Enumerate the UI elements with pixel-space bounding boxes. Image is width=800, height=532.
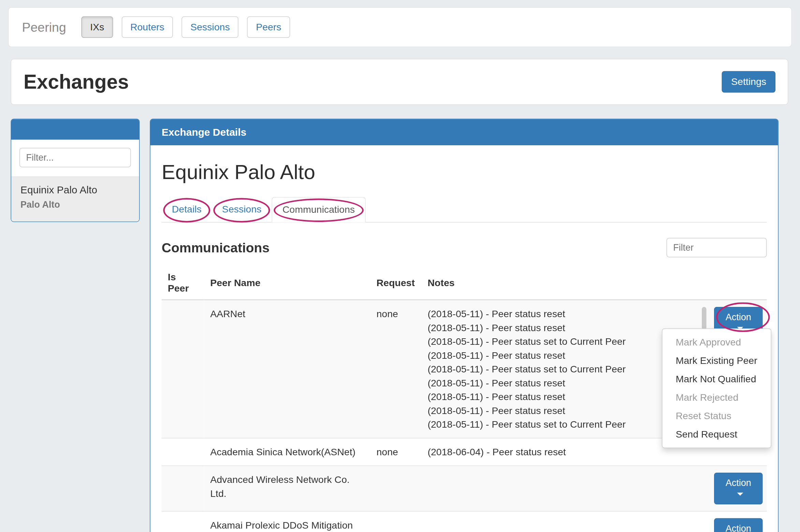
sidebar-item-equinix-palo-alto[interactable]: Equinix Palo AltoPalo Alto [11,177,139,222]
note-line: (2018-05-11) - Peer status reset [428,321,702,335]
is-peer-cell [162,300,204,438]
request-cell [370,511,421,532]
nav-button-ixs[interactable]: IXs [82,16,113,38]
caret-down-icon [737,493,743,496]
screen: Peering IXsRoutersSessionsPeers Exchange… [0,0,800,532]
nav-button-sessions[interactable]: Sessions [182,16,239,38]
tab-label: Details [172,204,202,215]
table-header-row: Is PeerPeer NameRequestNotes [162,269,767,300]
peer-name-cell: Akamai Prolexic DDoS Mitigation [204,511,371,532]
action-cell: Action [708,511,767,532]
tab-label: Sessions [222,204,262,215]
page-title: Exchanges [24,71,129,93]
action-cell: ActionMark ApprovedMark Existing PeerMar… [708,300,767,438]
communications-table: Is PeerPeer NameRequestNotes AARNetnone(… [162,269,767,532]
request-cell: none [370,300,421,438]
note-line: (2018-05-11) - Peer status set to Curren… [428,335,702,349]
request-cell: none [370,438,421,466]
note-line: (2018-05-11) - Peer status set to Curren… [428,417,702,431]
tab-details[interactable]: Details [162,197,212,223]
request-cell [370,466,421,512]
table-row: AARNetnone(2018-05-11) - Peer status res… [162,300,767,438]
action-button-label: Action [726,523,751,532]
note-line: (2018-05-11) - Peer status set to Curren… [428,362,702,376]
notes-scrollbar[interactable] [702,307,707,330]
column-header-peer-name: Peer Name [204,269,371,300]
table-row: Advanced Wireless Network Co. Ltd.Action [162,466,767,512]
sidebar-item-name: Equinix Palo Alto [20,184,130,196]
sidebar-item-location: Palo Alto [20,200,130,210]
settings-button[interactable]: Settings [722,71,775,93]
dropdown-item-mark-approved[interactable]: Mark Approved [663,333,771,352]
note-line: (2018-05-11) - Peer status reset [428,376,702,390]
note-line: (2018-05-11) - Peer status reset [428,390,702,404]
column-header-actions [708,269,767,300]
sidebar-body [11,140,139,177]
nav-button-peers[interactable]: Peers [247,16,290,38]
note-line: (2018-05-11) - Peer status reset [428,404,702,418]
sidebar-header [11,119,139,140]
sidebar-filter-input[interactable] [19,148,131,167]
action-button-label: Action [726,312,751,322]
exchange-details-panel: Exchange Details Equinix Palo Alto Detai… [150,119,779,532]
nav-button-routers[interactable]: Routers [121,16,173,38]
peer-name-cell: Academia Sinica Network(ASNet) [204,438,371,466]
peer-name-cell: Advanced Wireless Network Co. Ltd. [204,466,371,512]
action-cell: Action [708,466,767,512]
dropdown-item-reset-status[interactable]: Reset Status [663,407,771,425]
communications-section-header: Communications [162,238,767,257]
dropdown-item-mark-not-qualified[interactable]: Mark Not Qualified [663,370,771,388]
notes-cell [421,511,708,532]
column-header-is-peer: Is Peer [162,269,204,300]
note-line: (2018-05-11) - Peer status reset [428,349,702,363]
action-button-label: Action [726,478,751,488]
tab-sessions[interactable]: Sessions [212,197,272,223]
column-header-request: Request [370,269,421,300]
peer-name-cell: AARNet [204,300,371,438]
dropdown-item-mark-existing-peer[interactable]: Mark Existing Peer [663,352,771,370]
note-line: (2018-05-11) - Peer status reset [428,307,702,321]
tab-communications[interactable]: Communications [272,197,366,223]
action-dropdown-menu: Mark ApprovedMark Existing PeerMark Not … [662,328,771,448]
is-peer-cell [162,466,204,512]
exchange-name: Equinix Palo Alto [162,161,767,184]
section-title: Communications [162,240,269,256]
column-header-notes: Notes [421,269,708,300]
app-brand: Peering [22,20,66,35]
tab-label: Communications [282,204,355,215]
dropdown-item-mark-rejected[interactable]: Mark Rejected [663,388,771,407]
detail-tabs: DetailsSessionsCommunications [162,197,767,223]
table-filter-input[interactable] [667,238,767,257]
table-row: Akamai Prolexic DDoS MitigationAction [162,511,767,532]
is-peer-cell [162,438,204,466]
navbar-nav: IXsRoutersSessionsPeers [82,16,299,38]
top-navbar: Peering IXsRoutersSessionsPeers [8,7,792,47]
notes-cell [421,466,708,512]
action-button[interactable]: Action [714,518,763,532]
panel-title: Exchange Details [150,119,778,146]
exchanges-sidebar: Equinix Palo AltoPalo Alto [11,119,140,222]
note-line: (2018-06-04) - Peer status reset [428,445,702,459]
is-peer-cell [162,511,204,532]
action-button[interactable]: Action [714,473,763,504]
dropdown-item-send-request[interactable]: Send Request [663,425,771,444]
page-header: Exchanges Settings [11,59,788,105]
panel-body: Equinix Palo Alto DetailsSessionsCommuni… [150,145,778,532]
sidebar-list: Equinix Palo AltoPalo Alto [11,177,139,222]
